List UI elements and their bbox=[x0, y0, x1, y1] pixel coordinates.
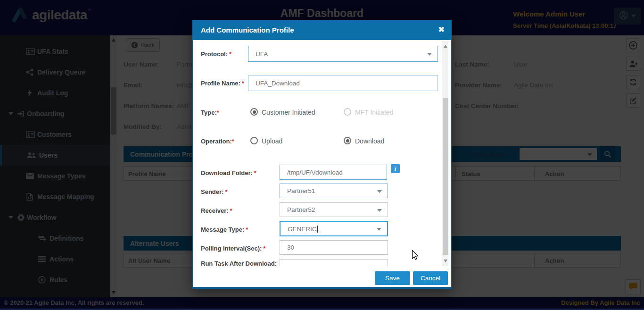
field-label: Type:* bbox=[201, 109, 219, 116]
field-label: Message Type:* bbox=[201, 226, 248, 233]
field-label: Operation:* bbox=[201, 138, 234, 145]
caret-down-icon bbox=[427, 53, 432, 58]
receiver-value: Partner52 bbox=[287, 206, 315, 213]
download-folder-input[interactable]: /tmp/UFA/download bbox=[280, 165, 387, 180]
add-communication-profile-modal: Add Communication Profile ✖ Protocol:* U… bbox=[192, 20, 452, 289]
message-type-select[interactable]: GENERIC bbox=[280, 221, 388, 236]
run-task-input[interactable] bbox=[280, 259, 388, 266]
radio-label: Download bbox=[355, 137, 384, 145]
modal-header: Add Communication Profile ✖ bbox=[193, 20, 451, 40]
protocol-select[interactable]: UFA bbox=[248, 46, 438, 62]
scroll-up-arrow-icon[interactable] bbox=[442, 42, 449, 49]
caret-down-icon bbox=[377, 209, 382, 214]
polling-interval-value: 30 bbox=[287, 244, 294, 251]
scrollbar-thumb[interactable] bbox=[443, 98, 448, 255]
field-label: Polling Interval(Sec):* bbox=[201, 245, 265, 252]
field-label: Download Folder:* bbox=[201, 169, 256, 176]
modal-scroll-area: Protocol:* UFA Profile Name:* UFA_Downlo… bbox=[193, 40, 442, 266]
radio-mft-initiated[interactable] bbox=[344, 108, 351, 116]
field-label: Profile Name:* bbox=[201, 80, 244, 87]
mouse-cursor bbox=[411, 250, 420, 262]
modal-scrollbar[interactable] bbox=[442, 41, 448, 266]
radio-label: Upload bbox=[262, 137, 282, 145]
message-type-value: GENERIC bbox=[288, 226, 317, 233]
radio-download[interactable] bbox=[344, 137, 351, 144]
cancel-button[interactable]: Cancel bbox=[413, 271, 448, 285]
caret-down-icon bbox=[377, 190, 382, 195]
field-label: Receiver:* bbox=[201, 207, 232, 214]
field-label: Sender:* bbox=[201, 188, 227, 195]
radio-customer-initiated[interactable] bbox=[250, 108, 258, 116]
profile-name-value: UFA_Download bbox=[256, 80, 300, 87]
field-label: Protocol:* bbox=[201, 50, 231, 58]
radio-label: Customer Initiated bbox=[262, 109, 315, 116]
radio-upload[interactable] bbox=[250, 137, 258, 144]
text-cursor bbox=[317, 226, 318, 233]
protocol-value: UFA bbox=[256, 50, 268, 58]
close-icon[interactable]: ✖ bbox=[438, 25, 445, 34]
receiver-select[interactable]: Partner52 bbox=[280, 202, 388, 217]
caret-down-icon bbox=[377, 228, 381, 233]
field-label: Run Task After Download: bbox=[201, 260, 277, 266]
scroll-down-arrow-icon[interactable] bbox=[442, 259, 449, 265]
app-root: agiledata ™ AMF Dashboard Welcome Admin … bbox=[0, 0, 644, 310]
download-folder-value: /tmp/UFA/download bbox=[287, 169, 343, 176]
sender-select[interactable]: Partner51 bbox=[280, 184, 388, 198]
info-icon[interactable]: i bbox=[391, 164, 400, 173]
modal-title: Add Communication Profile bbox=[201, 26, 294, 34]
sender-value: Partner51 bbox=[287, 187, 315, 194]
profile-name-input[interactable]: UFA_Download bbox=[248, 75, 438, 91]
polling-interval-input[interactable]: 30 bbox=[280, 240, 388, 255]
radio-label: MFT Initiated bbox=[355, 109, 393, 116]
save-button[interactable]: Save bbox=[375, 271, 410, 285]
